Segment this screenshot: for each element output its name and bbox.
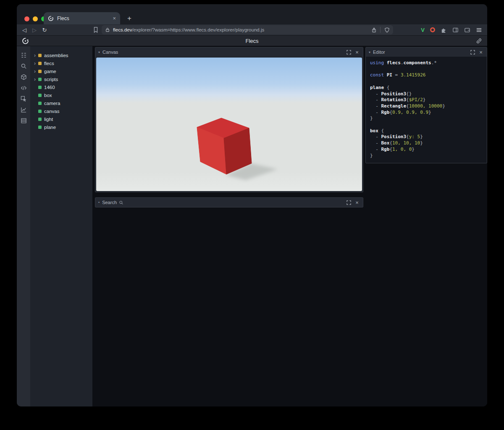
- expand-icon[interactable]: [346, 199, 352, 205]
- extension-icons: V: [421, 24, 482, 35]
- entity-color-swatch: [38, 118, 42, 121]
- select-icon[interactable]: [17, 93, 30, 104]
- app-content: ›assemblies›flecs›game›scripts1460boxcam…: [17, 46, 487, 406]
- address-bar[interactable]: flecs.dev/explorer/?wasm=https://www.fle…: [102, 25, 393, 34]
- red-cube-render: [196, 116, 280, 184]
- extension-red-icon[interactable]: [430, 27, 435, 32]
- close-icon[interactable]: ×: [354, 49, 360, 55]
- entity-color-swatch: [38, 86, 42, 89]
- share-link-icon[interactable]: [476, 38, 482, 44]
- code-line: - Rotation3{$PI/2}: [370, 97, 483, 103]
- shield-icon[interactable]: [384, 27, 390, 33]
- left-icon-strip: [17, 46, 30, 406]
- tab-close-icon[interactable]: ×: [113, 15, 116, 21]
- bookmark-icon[interactable]: [92, 26, 99, 33]
- tree-item-light[interactable]: light: [30, 115, 92, 123]
- tab-strip: Flecs × +: [17, 4, 487, 24]
- extension-v-icon[interactable]: V: [421, 27, 425, 33]
- search-panel: • Search ×: [95, 197, 363, 207]
- entity-color-swatch: [38, 102, 42, 105]
- expand-icon[interactable]: [346, 49, 352, 55]
- expand-icon[interactable]: [470, 49, 475, 55]
- extensions-puzzle-icon[interactable]: [441, 27, 447, 33]
- code-line: plane {: [370, 85, 483, 91]
- canvas-panel-header[interactable]: ▾ Canvas ×: [95, 47, 363, 57]
- tree-item-scripts[interactable]: ›scripts: [30, 75, 92, 83]
- tree-item-flecs[interactable]: ›flecs: [30, 59, 92, 67]
- code-line: - Rectangle{10000, 10000}: [370, 103, 483, 110]
- close-window-button[interactable]: [24, 16, 29, 21]
- code-line: - Position3{y: 5}: [370, 134, 483, 140]
- browser-tab[interactable]: Flecs ×: [44, 12, 120, 24]
- back-icon[interactable]: ◁: [20, 24, 29, 35]
- tree-item-1460[interactable]: 1460: [30, 83, 92, 91]
- canvas-panel: ▾ Canvas ×: [95, 47, 363, 192]
- sidebar-toggle-icon[interactable]: [452, 27, 459, 33]
- entity-color-swatch: [38, 94, 42, 97]
- forward-icon[interactable]: ▷: [30, 24, 39, 35]
- tree-icon[interactable]: [17, 50, 30, 60]
- reload-icon[interactable]: ↻: [40, 24, 49, 35]
- tab-favicon-flecs-icon: [48, 16, 54, 21]
- flecs-logo-icon: [22, 37, 29, 45]
- close-icon[interactable]: ×: [478, 49, 484, 55]
- tree-item-game[interactable]: ›game: [30, 67, 92, 75]
- editor-panel-header[interactable]: ▾ Editor ×: [366, 47, 487, 57]
- tree-item-box[interactable]: box: [30, 91, 92, 99]
- entity-color-swatch: [38, 54, 42, 57]
- code-line: - Rgb{1, 0, 0}: [370, 147, 483, 153]
- search-icon[interactable]: [17, 60, 30, 71]
- tree-item-label: plane: [44, 125, 56, 130]
- page-title: Flecs: [17, 38, 487, 44]
- tree-item-plane[interactable]: plane: [30, 123, 92, 131]
- tree-item-label: scripts: [44, 77, 58, 82]
- code-editor[interactable]: using flecs.components.* const PI = 3.14…: [366, 57, 487, 163]
- url-domain: flecs.dev: [113, 27, 132, 32]
- tree-item-assemblies[interactable]: ›assemblies: [30, 51, 92, 59]
- url-text: flecs.dev/explorer/?wasm=https://www.fle…: [113, 27, 371, 32]
- expand-arrow-icon[interactable]: ›: [34, 61, 38, 66]
- browser-toolbar: ◁ ▷ ↻ flecs.dev/explorer/?wasm=https://w…: [17, 24, 487, 35]
- expand-arrow-icon[interactable]: ›: [34, 53, 38, 58]
- tree-item-camera[interactable]: camera: [30, 99, 92, 107]
- app-header: Flecs: [17, 35, 487, 46]
- entity-color-swatch: [38, 62, 42, 65]
- chart-icon[interactable]: [17, 104, 30, 115]
- tree-item-label: assemblies: [44, 53, 68, 58]
- package-icon[interactable]: [17, 71, 30, 82]
- code-line: - Rgb{0.9, 0.9, 0.9}: [370, 110, 483, 116]
- chevron-down-icon[interactable]: ▾: [369, 50, 370, 54]
- expand-arrow-icon[interactable]: ›: [34, 69, 38, 73]
- entity-tree-panel: ›assemblies›flecs›game›scripts1460boxcam…: [30, 46, 92, 406]
- list-icon[interactable]: [17, 115, 30, 126]
- code-line: [370, 122, 483, 128]
- wallet-icon[interactable]: [464, 27, 470, 33]
- minimize-window-button[interactable]: [33, 16, 38, 21]
- code-line: box {: [370, 128, 483, 134]
- tree-item-label: flecs: [44, 61, 54, 66]
- bullet-icon: •: [98, 200, 100, 205]
- window-controls: [24, 16, 46, 21]
- code-icon[interactable]: [17, 82, 30, 93]
- chevron-down-icon[interactable]: ▾: [98, 50, 100, 54]
- share-icon[interactable]: [371, 27, 377, 33]
- menu-hamburger-icon[interactable]: [476, 27, 482, 33]
- search-panel-header[interactable]: • Search ×: [95, 198, 363, 207]
- url-path: /explorer/?wasm=https://www.flecs.dev/ex…: [132, 27, 264, 32]
- code-line: - Position3{}: [370, 91, 483, 97]
- code-line: }: [370, 153, 483, 159]
- search-magnifier-icon: [118, 199, 124, 205]
- divider: [380, 27, 381, 33]
- expand-arrow-icon[interactable]: ›: [34, 77, 38, 81]
- 3d-viewport[interactable]: [96, 58, 362, 191]
- tree-item-canvas[interactable]: canvas: [30, 107, 92, 115]
- lock-icon[interactable]: [105, 27, 110, 32]
- close-icon[interactable]: ×: [354, 199, 360, 206]
- search-panel-title: Search: [102, 200, 117, 205]
- entity-color-swatch: [38, 78, 42, 81]
- tree-item-label: box: [44, 93, 52, 98]
- editor-panel-title: Editor: [373, 50, 385, 55]
- code-line: using flecs.components.*: [370, 60, 483, 66]
- tree-item-label: camera: [44, 101, 60, 106]
- new-tab-button[interactable]: +: [124, 13, 134, 24]
